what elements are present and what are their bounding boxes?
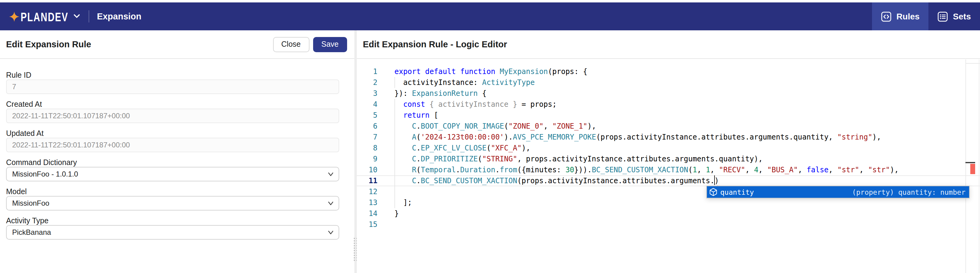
code-text: C.BOOT_COPY_NOR_IMAGE("ZONE_0", "ZONE_1"… [395,121,596,132]
chevron-down-icon [328,172,334,177]
line-number: 1 [357,66,377,77]
code-line[interactable]: 5 return [ [357,110,980,121]
close-button[interactable]: Close [273,37,309,52]
code-text: C.BC_SEND_CUSTOM_XACTION(props.activityI… [395,175,719,186]
indent-guide [395,175,395,186]
line-number: 5 [357,110,377,121]
chevron-down-icon[interactable] [73,14,80,19]
command-dictionary-field: Command Dictionary MissionFoo - 1.0.1.0 [6,158,339,181]
code-text: A('2024-123t00:00:00').AVS_PCE_MEMORY_PO… [395,132,881,143]
navbar-divider [88,10,89,22]
code-line[interactable]: 1export default function MyExpansion(pro… [357,66,980,77]
nav-item-sets[interactable]: Sets [929,2,980,30]
command-dictionary-label: Command Dictionary [6,158,339,167]
autocomplete-popup: quantity (property) quantity: number [706,186,970,198]
code-text: } [395,208,399,219]
line-number: 6 [357,121,377,132]
indent-guide [395,154,395,164]
created-at-field: Created At [6,100,339,123]
code-text: }): ExpansionReturn { [395,88,486,99]
page-title: Expansion [97,11,142,21]
code-text: const { activityInstance } = props; [395,99,557,110]
logo-sparkle-icon [9,11,19,22]
property-icon [709,187,718,197]
created-at-label: Created At [6,100,339,109]
model-value: MissionFoo [12,199,49,208]
indent-guide [395,143,395,154]
code-line[interactable]: 11 C.BC_SEND_CUSTOM_XACTION(props.activi… [357,175,980,186]
created-at-input [6,109,339,123]
overview-cursor-marker [966,162,975,163]
top-navbar: PLANDEV Expansion Rules [0,2,980,30]
save-button[interactable]: Save [313,37,347,52]
line-number: 10 [357,164,377,175]
panel-resize-divider[interactable] [355,30,357,273]
code-lines: 1export default function MyExpansion(pro… [357,59,980,230]
activity-type-label: Activity Type [6,217,339,225]
code-line[interactable]: 3}): ExpansionReturn { [357,88,980,99]
activity-type-field: Activity Type PickBanana [6,217,339,240]
nav-item-label: Rules [897,11,920,21]
code-line[interactable]: 9 C.DP_PRIORITIZE("STRING", props.activi… [357,154,980,164]
suggestion-label: quantity [720,188,754,196]
code-line[interactable]: 15 [357,219,980,230]
indent-guide [395,186,395,197]
indent-guide [395,110,395,121]
line-number: 12 [357,186,377,197]
command-dictionary-value: MissionFoo - 1.0.1.0 [12,170,78,178]
line-number: 11 [357,175,377,186]
rule-id-input [6,79,339,94]
code-text: ]; [395,197,412,208]
overview-ruler-top-tick [966,63,980,64]
updated-at-label: Updated At [6,129,339,138]
indent-guide [395,132,395,143]
indent-guide [395,197,395,208]
edit-rule-panel: Edit Expansion Rule Close Save Rule ID C… [0,30,355,273]
code-line[interactable]: 10 R(Temporal.Duration.from({minutes: 30… [357,164,980,175]
overview-error-marker [970,164,975,174]
code-line[interactable]: 7 A('2024-123t00:00:00').AVS_PCE_MEMORY_… [357,132,980,143]
overview-ruler-border [966,59,966,273]
line-number: 2 [357,77,377,88]
code-line[interactable]: 14} [357,208,980,219]
code-text: activityInstance: ActivityType [395,77,535,88]
nav-item-label: Sets [953,11,971,21]
code-text: export default function MyExpansion(prop… [395,66,587,77]
model-field: Model MissionFoo [6,187,339,211]
code-line[interactable]: 6 C.BOOT_COPY_NOR_IMAGE("ZONE_0", "ZONE_… [357,121,980,132]
autocomplete-suggestion[interactable]: quantity (property) quantity: number [707,186,969,198]
updated-at-input [6,138,339,152]
rule-id-field: Rule ID [6,71,339,94]
code-line[interactable]: 8 C.EP_XFC_LV_CLOSE("XFC_A"), [357,143,980,154]
suggestion-detail: (property) quantity: number [852,188,966,196]
line-number: 3 [357,88,377,99]
indent-guide [395,164,395,175]
logo-text: PLANDEV [21,10,68,23]
code-line[interactable]: 2 activityInstance: ActivityType [357,77,980,88]
line-number: 4 [357,99,377,110]
rule-id-label: Rule ID [6,71,339,79]
line-number: 13 [357,197,377,208]
code-text: C.EP_XFC_LV_CLOSE("XFC_A"), [395,143,530,154]
nav-item-rules[interactable]: Rules [872,2,929,30]
code-text: R(Temporal.Duration.from({minutes: 30}))… [395,164,899,175]
indent-guide [395,77,395,88]
activity-type-value: PickBanana [12,228,51,236]
left-panel-title: Edit Expansion Rule [6,40,91,49]
activity-type-select[interactable]: PickBanana [6,225,339,240]
code-editor[interactable]: 1export default function MyExpansion(pro… [357,59,980,273]
chevron-down-icon [328,230,334,235]
line-number: 7 [357,132,377,143]
chevron-down-icon [328,201,334,206]
command-dictionary-select[interactable]: MissionFoo - 1.0.1.0 [6,167,339,181]
editor-edge-line [979,59,979,273]
code-line[interactable]: 4 const { activityInstance } = props; [357,99,980,110]
line-number: 14 [357,208,377,219]
code-text: return [ [395,110,438,121]
model-select[interactable]: MissionFoo [6,196,339,211]
code-line[interactable]: 13 ]; [357,197,980,208]
app-logo[interactable]: PLANDEV [9,11,80,22]
updated-at-field: Updated At [6,129,339,152]
app-root: PLANDEV Expansion Rules [0,0,980,273]
right-panel-title: Edit Expansion Rule - Logic Editor [363,40,507,49]
